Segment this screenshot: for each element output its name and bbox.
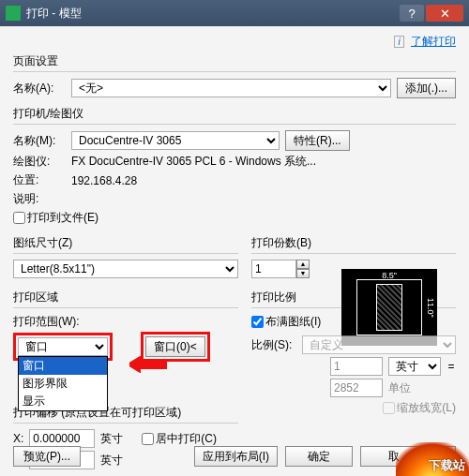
info-icon[interactable]: i: [394, 36, 403, 48]
fit-to-paper-checkbox[interactable]: 布满图纸(I): [251, 315, 321, 328]
close-button[interactable]: ✕: [426, 5, 463, 22]
option-window[interactable]: 窗口: [19, 357, 107, 375]
spin-up-icon[interactable]: ▲: [296, 260, 310, 269]
plotter-label: 绘图仪:: [13, 154, 66, 170]
add-button[interactable]: 添加(.)...: [397, 78, 456, 98]
paper-preview: 8.5" 11.0": [341, 269, 437, 346]
window-pick-button[interactable]: 窗口(0)<: [145, 336, 205, 357]
scale-unit-select[interactable]: 英寸: [388, 357, 441, 376]
copies-stepper[interactable]: ▲▼: [251, 260, 310, 278]
svg-marker-0: [129, 359, 167, 370]
help-button[interactable]: ?: [400, 5, 424, 22]
plotter-value: FX DocuCentre-IV 3065 PCL 6 - Windows 系统…: [71, 154, 316, 170]
preview-button[interactable]: 预览(P)...: [13, 446, 81, 467]
apply-layout-button[interactable]: 应用到布局(I): [194, 446, 278, 467]
printer-name-select[interactable]: DocuCentre-IV 3065: [71, 131, 280, 150]
app-icon: [6, 6, 21, 21]
spin-down-icon[interactable]: ▼: [296, 269, 310, 278]
printer-name-label: 名称(M):: [13, 133, 66, 149]
ok-button[interactable]: 确定: [285, 446, 353, 467]
center-print-checkbox[interactable]: 居中打印(C): [142, 431, 217, 447]
print-range-label: 打印范围(W):: [13, 314, 238, 330]
print-range-select[interactable]: 窗口: [18, 337, 108, 356]
desc-label: 说明:: [13, 191, 66, 207]
option-display[interactable]: 显示: [19, 393, 107, 410]
location-label: 位置:: [13, 172, 66, 188]
unit-label: 单位: [388, 380, 441, 396]
paper-size-title: 图纸尺寸(Z): [13, 235, 238, 251]
window-title: 打印 - 模型: [26, 6, 400, 22]
print-to-file-checkbox[interactable]: 打印到文件(E): [13, 210, 98, 226]
page-name-label: 名称(A):: [13, 81, 66, 97]
copies-title: 打印份数(B): [251, 235, 456, 251]
print-area-title: 打印区域: [13, 290, 238, 305]
x-input[interactable]: [29, 429, 95, 448]
scale-num-input: [330, 357, 383, 376]
page-name-select[interactable]: <无>: [71, 79, 391, 97]
callout-arrow: [129, 356, 167, 373]
scale-den-input: [330, 379, 383, 397]
location-value: 192.168.4.28: [71, 174, 137, 187]
paper-size-select[interactable]: Letter(8.5x11"): [13, 260, 238, 278]
ratio-select: 自定义: [302, 335, 456, 354]
print-range-options: 窗口 图形界限 显示: [18, 356, 108, 411]
x-label: X:: [13, 432, 23, 445]
titlebar: 打印 - 模型 ? ✕: [0, 0, 469, 26]
scale-lineweight-checkbox: 缩放线宽(L): [383, 400, 456, 416]
expand-button[interactable]: >: [435, 446, 456, 467]
cancel-button[interactable]: 取: [360, 446, 428, 467]
properties-button[interactable]: 特性(R)...: [285, 130, 350, 151]
ratio-label: 比例(S):: [251, 337, 296, 353]
printer-title: 打印机/绘图仪: [13, 106, 456, 122]
learn-print-link[interactable]: 了解打印: [411, 35, 456, 48]
option-limits[interactable]: 图形界限: [19, 375, 107, 393]
page-setup-title: 页面设置: [13, 53, 456, 69]
